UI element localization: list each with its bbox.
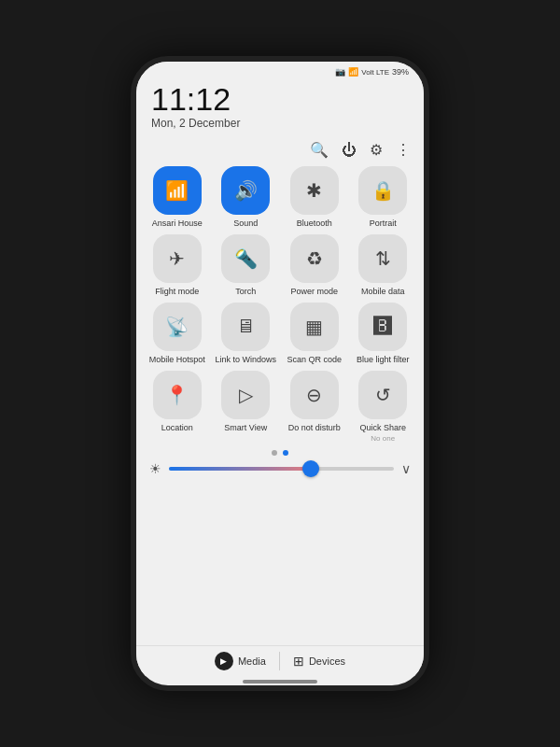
torch-tile-label: Torch <box>235 287 256 297</box>
tiles-grid: 📶 Ansari House 🔊 Sound ✱ Bluetooth 🔒 Por… <box>146 166 414 443</box>
devices-button[interactable]: ⊞ Devices <box>293 654 345 669</box>
sound-tile-label: Sound <box>233 218 258 229</box>
quick-panel: 🔍 ⏻ ⚙ ⋮ 📶 Ansari House 🔊 Sound ✱ Bluetoo… <box>136 137 424 645</box>
bluetooth-tile-label: Bluetooth <box>297 218 332 229</box>
settings-icon[interactable]: ⚙ <box>370 141 383 159</box>
smart-view-tile-label: Smart View <box>224 423 267 433</box>
tile-link-windows[interactable]: 🖥 Link to Windows <box>215 303 278 365</box>
tile-power-mode[interactable]: ♻ Power mode <box>283 234 346 297</box>
brightness-icon: ☀ <box>149 461 161 476</box>
tile-location[interactable]: 📍 Location <box>146 371 209 444</box>
blue-light-tile-icon: 🅱 <box>358 303 407 351</box>
power-mode-tile-icon: ♻ <box>290 234 339 283</box>
location-tile-icon: 📍 <box>153 371 202 419</box>
dnd-tile-label: Do not disturb <box>288 423 341 433</box>
clock-time: 11:12 <box>151 82 409 117</box>
phone-frame: 📷 📶 Volt LTE 39% 11:12 Mon, 2 December 🔍… <box>131 56 429 691</box>
separator <box>279 652 280 670</box>
status-icons: 📷 📶 Volt LTE 39% <box>335 67 409 77</box>
wifi-tile-label: Ansari House <box>152 218 203 229</box>
clock-date: Mon, 2 December <box>151 117 409 130</box>
battery-text: 39% <box>392 67 409 77</box>
tile-mobile-data[interactable]: ⇅ Mobile data <box>352 234 415 297</box>
brightness-fill <box>169 467 315 471</box>
flight-tile-label: Flight mode <box>155 287 199 297</box>
hotspot-tile-label: Mobile Hotspot <box>149 355 205 365</box>
pagination-dots <box>146 450 414 456</box>
tile-qr[interactable]: ▦ Scan QR code <box>283 303 346 365</box>
play-icon: ▶ <box>215 652 233 670</box>
flight-tile-icon: ✈ <box>153 234 202 283</box>
tile-hotspot[interactable]: 📡 Mobile Hotspot <box>146 303 209 365</box>
tile-quick-share[interactable]: ↺ Quick ShareNo one <box>352 371 415 444</box>
clock-area: 11:12 Mon, 2 December <box>136 78 424 137</box>
link-windows-tile-label: Link to Windows <box>215 355 276 365</box>
devices-icon: ⊞ <box>293 654 304 669</box>
power-icon[interactable]: ⏻ <box>342 142 357 159</box>
brightness-row: ☀ ∨ <box>146 461 414 476</box>
tile-blue-light[interactable]: 🅱 Blue light filter <box>352 303 415 365</box>
tile-portrait[interactable]: 🔒 Portrait <box>352 166 415 229</box>
tile-smart-view[interactable]: ▷ Smart View <box>215 371 278 444</box>
portrait-tile-icon: 🔒 <box>358 166 407 215</box>
tile-bluetooth[interactable]: ✱ Bluetooth <box>283 166 346 229</box>
sound-tile-icon: 🔊 <box>221 166 270 215</box>
quick-share-tile-label: Quick ShareNo one <box>359 423 406 444</box>
media-button[interactable]: ▶ Media <box>215 652 266 670</box>
portrait-tile-label: Portrait <box>370 218 397 229</box>
power-mode-tile-label: Power mode <box>290 287 338 297</box>
dnd-tile-icon: ⊖ <box>290 371 339 419</box>
media-label: Media <box>238 655 266 667</box>
blue-light-tile-label: Blue light filter <box>357 355 410 365</box>
wifi-status-icon: 📶 <box>348 67 358 77</box>
top-action-icons: 🔍 ⏻ ⚙ ⋮ <box>146 137 414 166</box>
more-icon[interactable]: ⋮ <box>396 141 411 159</box>
hotspot-tile-icon: 📡 <box>153 303 202 351</box>
brightness-thumb[interactable] <box>302 460 319 477</box>
page-dot-2[interactable] <box>283 450 288 456</box>
smart-view-tile-icon: ▷ <box>221 371 270 419</box>
tile-dnd[interactable]: ⊖ Do not disturb <box>283 371 346 444</box>
status-bar: 📷 📶 Volt LTE 39% <box>136 62 424 78</box>
tile-torch[interactable]: 🔦 Torch <box>215 234 278 297</box>
tile-sound[interactable]: 🔊 Sound <box>215 166 278 229</box>
wifi-tile-icon: 📶 <box>153 166 202 215</box>
bluetooth-tile-icon: ✱ <box>290 166 339 215</box>
location-tile-label: Location <box>161 423 193 433</box>
brightness-track[interactable] <box>169 467 394 471</box>
tile-flight[interactable]: ✈ Flight mode <box>146 234 209 297</box>
quick-share-tile-icon: ↺ <box>358 371 407 419</box>
signal-text: Volt LTE <box>361 68 389 77</box>
bottom-bar: ▶ Media ⊞ Devices <box>136 645 424 676</box>
torch-tile-icon: 🔦 <box>221 234 270 283</box>
expand-icon[interactable]: ∨ <box>401 461 411 476</box>
page-dot-1[interactable] <box>272 450 277 456</box>
tile-wifi[interactable]: 📶 Ansari House <box>146 166 209 229</box>
mobile-data-tile-label: Mobile data <box>361 287 405 297</box>
mobile-data-tile-icon: ⇅ <box>358 234 407 283</box>
home-indicator[interactable] <box>243 680 317 684</box>
camera-icon: 📷 <box>335 67 345 77</box>
devices-label: Devices <box>309 655 345 667</box>
qr-tile-label: Scan QR code <box>287 355 342 365</box>
link-windows-tile-icon: 🖥 <box>221 303 270 351</box>
qr-tile-icon: ▦ <box>290 303 339 351</box>
search-icon[interactable]: 🔍 <box>310 141 329 159</box>
